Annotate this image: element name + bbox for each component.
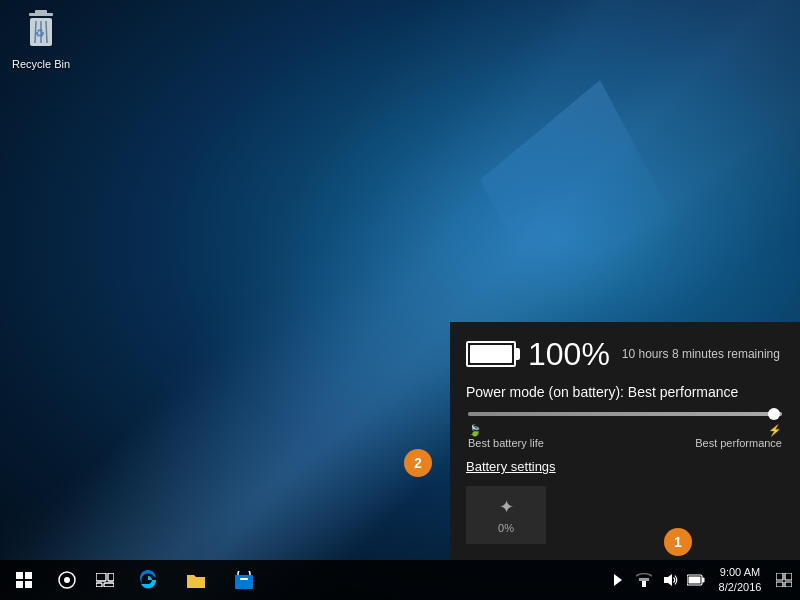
svg-rect-15 bbox=[96, 583, 102, 587]
svg-rect-18 bbox=[240, 578, 248, 580]
clock-date: 8/2/2016 bbox=[719, 580, 762, 595]
svg-marker-19 bbox=[614, 574, 622, 586]
leaf-icon: 🍃 bbox=[468, 424, 482, 437]
battery-slider-right: ⚡ Best performance bbox=[695, 424, 782, 449]
tray-hidden-icons-button[interactable] bbox=[606, 560, 630, 600]
svg-line-5 bbox=[46, 21, 47, 43]
system-tray: 9:00 AM 8/2/2016 bbox=[606, 560, 800, 600]
brightness-value: 0% bbox=[498, 522, 514, 534]
search-button[interactable] bbox=[48, 560, 86, 600]
clock-time: 9:00 AM bbox=[720, 565, 760, 580]
store-button[interactable] bbox=[220, 560, 268, 600]
svg-point-12 bbox=[64, 577, 70, 583]
action-center-button[interactable] bbox=[772, 560, 796, 600]
callout-2: 2 bbox=[404, 449, 432, 477]
best-battery-label: Best battery life bbox=[468, 437, 544, 449]
svg-text:♻: ♻ bbox=[35, 27, 45, 39]
file-explorer-button[interactable] bbox=[172, 560, 220, 600]
task-view-button[interactable] bbox=[86, 560, 124, 600]
battery-header: 100% 10 hours 8 minutes remaining bbox=[466, 338, 784, 370]
battery-time-remaining: 10 hours 8 minutes remaining bbox=[622, 346, 780, 363]
svg-rect-21 bbox=[639, 578, 649, 581]
start-button[interactable] bbox=[0, 560, 48, 600]
brightness-section: ✦ 0% bbox=[466, 486, 546, 544]
taskbar-pinned-apps bbox=[124, 560, 606, 600]
recycle-bin-label: Recycle Bin bbox=[12, 57, 70, 71]
svg-rect-27 bbox=[785, 573, 792, 580]
taskbar: 9:00 AM 8/2/2016 bbox=[0, 560, 800, 600]
brightness-icon: ✦ bbox=[499, 496, 514, 518]
battery-slider-container: 🍃 Best battery life ⚡ Best performance bbox=[466, 412, 784, 449]
svg-rect-20 bbox=[642, 581, 646, 587]
battery-performance-slider[interactable] bbox=[468, 412, 782, 416]
svg-rect-25 bbox=[702, 578, 705, 583]
battery-mode-label: Power mode (on battery): Best performanc… bbox=[466, 384, 784, 400]
battery-slider-labels: 🍃 Best battery life ⚡ Best performance bbox=[468, 424, 782, 449]
network-tray-icon[interactable] bbox=[632, 560, 656, 600]
battery-percent: 100% bbox=[528, 338, 610, 370]
svg-rect-29 bbox=[785, 582, 792, 587]
svg-rect-26 bbox=[776, 573, 783, 580]
svg-rect-1 bbox=[35, 10, 47, 14]
battery-popup: 100% 10 hours 8 minutes remaining Power … bbox=[450, 322, 800, 560]
recycle-bin-icon[interactable]: ♻ Recycle Bin bbox=[3, 5, 79, 75]
lightning-icon: ⚡ bbox=[768, 424, 782, 437]
tray-clock[interactable]: 9:00 AM 8/2/2016 bbox=[710, 565, 770, 596]
desktop: ♻ Recycle Bin 100% 10 hours 8 minutes re… bbox=[0, 0, 800, 600]
svg-rect-24 bbox=[689, 577, 701, 584]
battery-slider-left: 🍃 Best battery life bbox=[468, 424, 544, 449]
battery-icon-large bbox=[466, 341, 516, 367]
edge-app-button[interactable] bbox=[124, 560, 172, 600]
svg-rect-17 bbox=[235, 575, 253, 589]
svg-rect-8 bbox=[25, 572, 32, 579]
svg-rect-28 bbox=[776, 582, 783, 587]
brightness-section-container: ✦ 0% bbox=[466, 486, 784, 544]
callout-1: 1 bbox=[664, 528, 692, 556]
battery-tray-icon[interactable] bbox=[684, 560, 708, 600]
battery-settings-link[interactable]: Battery settings bbox=[466, 459, 556, 474]
svg-rect-7 bbox=[16, 572, 23, 579]
volume-tray-icon[interactable] bbox=[658, 560, 682, 600]
svg-rect-9 bbox=[16, 581, 23, 588]
svg-rect-10 bbox=[25, 581, 32, 588]
best-performance-label: Best performance bbox=[695, 437, 782, 449]
svg-rect-13 bbox=[96, 573, 106, 581]
svg-marker-22 bbox=[664, 574, 672, 586]
svg-rect-14 bbox=[108, 573, 114, 581]
svg-rect-16 bbox=[104, 583, 114, 587]
